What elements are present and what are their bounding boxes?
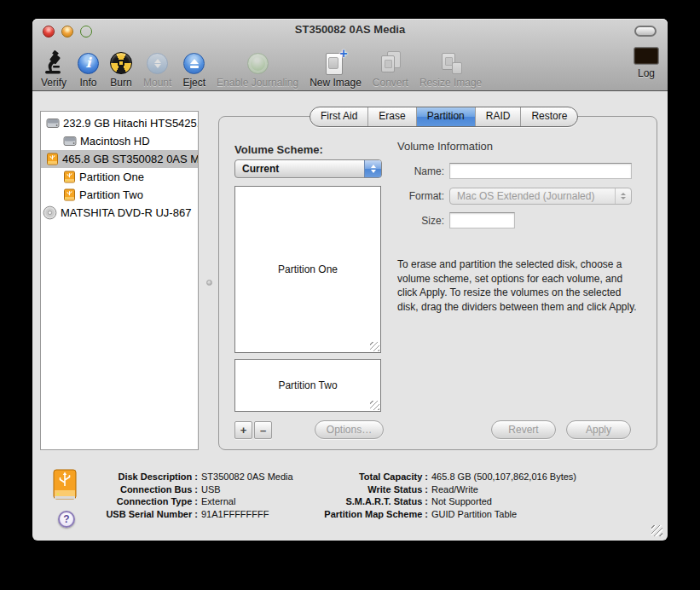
partition-one-box[interactable]: Partition One (234, 186, 381, 353)
tab-raid[interactable]: RAID (476, 107, 522, 126)
popup-stepper-icon (615, 188, 631, 204)
sidebar-item-partition-two[interactable]: Partition Two (41, 186, 198, 204)
toolbar: Verify Info Burn Mount (41, 39, 482, 89)
tab-partition[interactable]: Partition (417, 107, 476, 126)
new-image-icon: + (325, 51, 345, 74)
sidebar-item-st350082-disk[interactable]: 465.8 GB ST350082 0AS M. (41, 150, 198, 168)
question-mark-icon: ? (63, 513, 69, 525)
volume-scheme-popup[interactable]: Current (234, 159, 382, 178)
new-image-button[interactable]: + New Image (310, 49, 362, 89)
eject-button[interactable]: Eject (182, 49, 205, 89)
journaling-disc-icon (247, 53, 269, 74)
size-field[interactable] (449, 212, 515, 228)
options-button: Options… (315, 420, 384, 439)
pane-tabs: First Aid Erase Partition RAID Restore (310, 107, 578, 127)
mount-button: Mount (143, 49, 171, 89)
size-label: Size: (373, 215, 444, 227)
log-button[interactable]: Log (633, 39, 659, 79)
revert-button: Revert (491, 420, 556, 439)
optical-drive-icon (43, 205, 57, 220)
partition-resize-grip[interactable] (370, 401, 379, 410)
usb-drive-icon (46, 153, 59, 165)
disk-info-left: Disk Description : ST350082 0AS Media Co… (99, 471, 293, 520)
format-popup: Mac OS Extended (Journaled) (449, 188, 632, 205)
resize-image-icon (440, 51, 462, 74)
device-sidebar: 232.9 GB Hitachi HTS5425. Macintosh HD (40, 111, 199, 450)
name-label: Name: (373, 165, 444, 177)
microscope-icon (43, 49, 65, 74)
eject-icon (183, 53, 205, 74)
burn-icon (110, 52, 132, 74)
help-button[interactable]: ? (58, 511, 75, 528)
info-icon (78, 53, 99, 74)
burn-button[interactable]: Burn (110, 49, 132, 89)
partition-two-box[interactable]: Partition Two (234, 359, 381, 412)
resize-image-button: Resize Image (419, 49, 482, 89)
usb-drive-icon (51, 468, 78, 507)
internal-drive-icon (46, 117, 60, 130)
internal-drive-icon (63, 135, 77, 148)
usb-drive-icon (63, 171, 76, 183)
log-console-icon (633, 47, 659, 65)
enable-journaling-button: Enable Journaling (217, 49, 298, 89)
sidebar-item-macintosh-hd[interactable]: Macintosh HD (41, 132, 198, 150)
remove-partition-button[interactable]: – (254, 421, 272, 439)
window-header: ST350082 0AS Media Verify (32, 19, 668, 91)
info-button[interactable]: Info (78, 49, 99, 89)
tab-first-aid[interactable]: First Aid (310, 107, 368, 126)
convert-button: Convert (373, 49, 408, 89)
tab-restore[interactable]: Restore (521, 107, 577, 126)
verify-button[interactable]: Verify (41, 49, 67, 89)
sidebar-splitter-handle[interactable] (206, 280, 212, 286)
partition-help-text: To erase and partition the selected disk… (397, 257, 639, 314)
window-resize-grip[interactable] (651, 525, 662, 536)
sidebar-item-hitachi-disk[interactable]: 232.9 GB Hitachi HTS5425. (41, 114, 198, 132)
usb-drive-icon (63, 188, 76, 201)
add-partition-button[interactable]: + (234, 421, 252, 439)
apply-button: Apply (566, 420, 631, 439)
disk-utility-window: ST350082 0AS Media Verify (32, 19, 668, 541)
volume-scheme-label: Volume Scheme: (234, 143, 323, 156)
sidebar-item-partition-one[interactable]: Partition One (41, 168, 198, 186)
format-label: Format: (373, 190, 444, 202)
name-field[interactable] (449, 163, 632, 179)
toolbar-toggle-pill[interactable] (634, 26, 657, 37)
tab-erase[interactable]: Erase (368, 107, 416, 126)
partition-resize-grip[interactable] (370, 342, 379, 351)
convert-icon (379, 51, 402, 74)
mount-icon (147, 53, 168, 74)
volume-information-title: Volume Information (397, 140, 493, 153)
disk-info-right: Total Capacity : 465.8 GB (500,107,862,0… (293, 471, 576, 520)
window-title: ST350082 0AS Media (32, 23, 668, 36)
sidebar-item-matshita-dvd[interactable]: MATSHITA DVD-R UJ-867 (41, 204, 198, 222)
